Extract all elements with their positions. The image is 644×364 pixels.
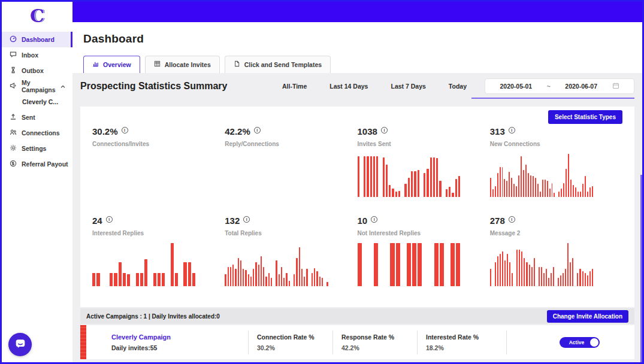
sidebar-item-sent[interactable]: Sent [2, 110, 72, 125]
stat-value: 1038 [358, 126, 377, 136]
stat-total-replies: 132 Total Replies [225, 213, 357, 302]
stat-label: Total Replies [225, 230, 357, 236]
active-campaigns-summary: Active Campaigns : 1 | Daily Invites all… [86, 313, 220, 320]
cleverly-logo[interactable]: C [2, 2, 72, 29]
sidebar-item-label: Connections [22, 129, 60, 136]
change-invite-allocation-button[interactable]: Change Invite Allocation [547, 310, 628, 323]
stat-label: Reply/Connections [225, 141, 357, 147]
sidebar-item-label: My Campaigns [22, 79, 56, 93]
chevron-up-icon[interactable] [61, 83, 65, 90]
filter-today[interactable]: Today [449, 83, 467, 90]
info-icon[interactable] [254, 127, 261, 134]
filter-last-7-days[interactable]: Last 7 Days [391, 83, 425, 90]
toggle-knob[interactable] [590, 338, 598, 347]
tab-label: Allocate Invites [165, 61, 211, 68]
campaign-accent-bar [80, 325, 86, 359]
page-title: Dashboard [83, 32, 642, 46]
filter-last-14-days[interactable]: Last 14 Days [329, 83, 368, 90]
campaign-metric-response-rate: Response Rate % 42.2% [332, 330, 417, 354]
tab-allocate-invites[interactable]: Allocate Invites [145, 56, 220, 73]
campaign-metric-interested-rate: Interested Rate % 18.2% [417, 330, 507, 354]
grid-icon [154, 60, 161, 68]
not-interested-replies-chart [358, 243, 461, 286]
stat-label: Interested Replies [92, 230, 225, 236]
stat-interested-replies: 24 Interested Replies [92, 213, 225, 302]
metric-value: 42.2% [341, 344, 417, 351]
stats-card: Select Statistic Types 30.2% Connections… [80, 107, 634, 307]
info-icon[interactable] [509, 127, 515, 134]
chat-bubble-icon [14, 337, 27, 353]
bar-chart-icon [92, 60, 99, 68]
stat-label: Connections/Invites [92, 141, 225, 147]
metric-label: Response Rate % [341, 333, 417, 341]
info-icon[interactable] [371, 216, 377, 223]
metric-value: 30.2% [257, 344, 332, 351]
date-range-picker[interactable]: 2020-05-01 ~ 2020-06-07 [485, 78, 634, 94]
tab-label: Click and Send Templates [244, 61, 322, 68]
info-icon[interactable] [381, 127, 388, 134]
app-window: C Dashboard Inbox Outbox My Campaigns Cl… [0, 0, 644, 364]
scrollbar[interactable] [640, 175, 642, 362]
stat-new-connections: 313 New Connections [490, 124, 622, 213]
info-icon[interactable] [122, 127, 128, 134]
statistics-section: Prospecting Statistics Summary All-Time … [72, 73, 642, 362]
date-range-underline [471, 98, 634, 99]
stat-value: 30.2% [92, 126, 118, 136]
stat-reply-connections: 42.2% Reply/Connections [225, 124, 357, 213]
dashboard-icon [10, 35, 17, 44]
statistics-title: Prospecting Statistics Summary [80, 81, 227, 92]
stat-value: 24 [92, 216, 102, 226]
select-statistic-types-button[interactable]: Select Statistic Types [548, 110, 622, 124]
invites-sent-chart [358, 154, 461, 197]
tab-click-and-send-templates[interactable]: Click and Send Templates [225, 56, 331, 73]
info-icon[interactable] [243, 216, 250, 223]
stats-grid: 30.2% Connections/Invites 42.2% Reply/Co… [92, 124, 622, 302]
campaign-daily-invites: Daily invites:55 [111, 344, 248, 351]
stat-connections-invites: 30.2% Connections/Invites [92, 124, 225, 213]
stat-value: 313 [490, 126, 505, 136]
sidebar-item-my-campaigns[interactable]: My Campaigns [2, 78, 72, 94]
stat-value: 278 [490, 216, 505, 226]
calendar-icon[interactable] [612, 82, 619, 90]
sidebar-item-cleverly-campaign[interactable]: Cleverly C... [2, 94, 72, 110]
file-icon [234, 60, 240, 68]
info-icon[interactable] [106, 216, 113, 223]
date-range-wrap: 2020-05-01 ~ 2020-06-07 [485, 78, 634, 94]
stat-message-2: 278 Message 2 [490, 213, 622, 302]
stat-label: Message 2 [490, 230, 622, 236]
total-replies-chart [225, 243, 328, 286]
campaign-active-toggle[interactable]: Active [560, 337, 600, 348]
info-icon[interactable] [509, 216, 515, 223]
megaphone-icon [10, 82, 17, 90]
filter-all-time[interactable]: All-Time [282, 83, 307, 90]
stat-value: 42.2% [225, 126, 250, 136]
topbar [72, 2, 642, 22]
active-campaigns-bar: Active Campaigns : 1 | Daily Invites all… [80, 308, 634, 324]
stat-label: New Connections [490, 141, 622, 147]
chat-bubble-icon [10, 51, 17, 59]
metric-label: Connection Rate % [257, 333, 332, 341]
upload-icon [10, 113, 17, 122]
campaign-row: Cleverly Campaign Daily invites:55 Conne… [80, 325, 634, 359]
chat-messenger-button[interactable] [8, 333, 32, 356]
people-icon [10, 129, 17, 137]
campaign-name-block: Cleverly Campaign Daily invites:55 [111, 333, 248, 351]
sidebar-item-settings[interactable]: Settings [2, 141, 72, 156]
sidebar-item-label: Settings [22, 145, 46, 152]
sidebar-item-referral-payout[interactable]: Referral Payout [2, 156, 72, 172]
sidebar-nav: Dashboard Inbox Outbox My Campaigns Clev… [2, 32, 72, 172]
statistics-header: Prospecting Statistics Summary All-Time … [80, 73, 634, 99]
metric-label: Interested Rate % [426, 333, 506, 341]
date-end[interactable]: 2020-06-07 [565, 83, 597, 90]
dollar-circle-icon [10, 160, 17, 168]
sidebar-item-connections[interactable]: Connections [2, 125, 72, 141]
date-start[interactable]: 2020-05-01 [500, 83, 532, 90]
sidebar-item-inbox[interactable]: Inbox [2, 47, 72, 63]
sidebar-item-outbox[interactable]: Outbox [2, 63, 72, 78]
campaign-name-link[interactable]: Cleverly Campaign [111, 333, 248, 341]
metric-value: 18.2% [426, 344, 506, 351]
tab-overview[interactable]: Overview [83, 56, 140, 73]
stat-value: 132 [225, 216, 240, 226]
stat-label: Invites Sent [358, 141, 490, 147]
sidebar-item-dashboard[interactable]: Dashboard [2, 32, 72, 47]
